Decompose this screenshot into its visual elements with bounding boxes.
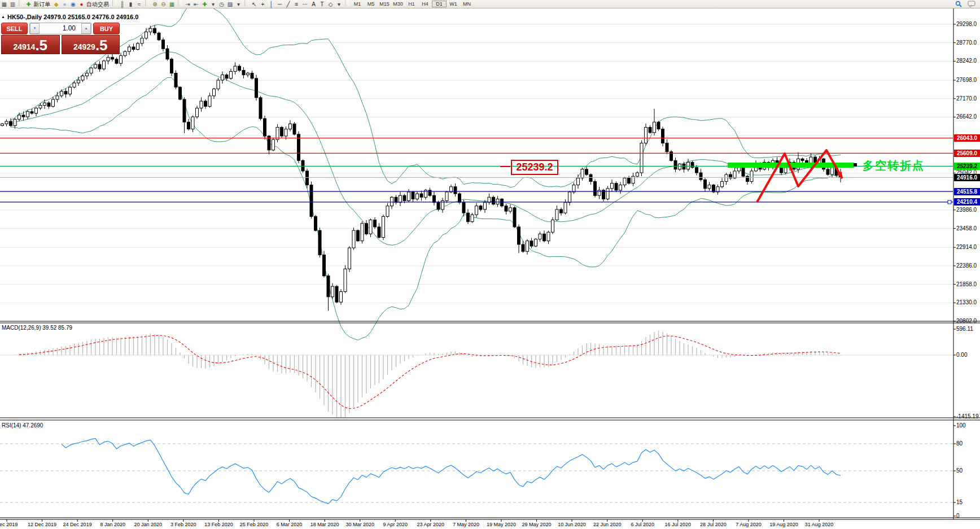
- line-chart-icon[interactable]: ≈: [135, 1, 143, 8]
- candle-chart-icon[interactable]: ▮: [126, 1, 135, 8]
- sell-button[interactable]: SELL: [1, 23, 28, 34]
- auto-scroll-icon[interactable]: ⇥: [183, 1, 192, 8]
- price-axis-tick: 26642.0: [956, 113, 977, 120]
- new-order-label[interactable]: 新订单: [33, 1, 50, 7]
- fibo-icon[interactable]: ≡: [292, 1, 301, 8]
- volume-decrease-button[interactable]: ▼: [30, 23, 40, 34]
- templates-dropdown-icon[interactable]: ▾: [234, 1, 243, 8]
- new-chart-icon[interactable]: ▦: [0, 1, 8, 8]
- price-axis-tick: 28242.0: [956, 58, 977, 64]
- toolbar-separator: [178, 0, 182, 6]
- date-axis-label: 12 Dec 2019: [28, 522, 56, 527]
- price-level-badge: 24916.0: [954, 174, 980, 181]
- volume-increase-button[interactable]: ▲: [81, 23, 91, 34]
- timeframe-button-m15[interactable]: M15: [378, 1, 391, 7]
- price-axis-tick: 23458.0: [956, 225, 977, 231]
- rsi-axis-tick: 50: [956, 467, 963, 474]
- macd-axis-tick: 0.00: [956, 352, 967, 358]
- rsi-axis-tick: 15: [956, 499, 963, 505]
- sell-price-main: 24914: [13, 41, 35, 53]
- timeframe-button-m5[interactable]: M5: [364, 1, 378, 7]
- date-axis-label: 18 Mar 2020: [310, 522, 339, 527]
- timeframe-button-m30[interactable]: M30: [391, 1, 405, 7]
- rsi-axis-tick: 80: [956, 440, 963, 447]
- profiles-icon[interactable]: ▥: [8, 1, 17, 8]
- text-label-icon[interactable]: T: [318, 1, 326, 8]
- price-axis-tick: 21858.0: [956, 281, 977, 287]
- price-level-badge: 24210.4: [954, 198, 980, 206]
- buy-price-frac: .5: [95, 38, 108, 53]
- buy-price-display[interactable]: 24929.5: [62, 35, 120, 54]
- trendline-icon[interactable]: ╱: [284, 1, 292, 8]
- indicator-dropdown-icon[interactable]: ▾: [209, 1, 217, 8]
- period-clock-icon[interactable]: ◷: [217, 1, 226, 8]
- date-axis-label: 19 Aug 2020: [769, 522, 798, 527]
- timeframe-button-w1[interactable]: W1: [447, 1, 460, 7]
- shapes-dropdown-icon[interactable]: ▾: [335, 1, 343, 8]
- date-axis-label: 6 Mar 2020: [277, 522, 303, 527]
- templates-icon[interactable]: ▨: [226, 1, 234, 8]
- date-axis-label: 20 Jan 2020: [134, 522, 162, 527]
- horizontal-line-icon[interactable]: ─: [275, 1, 284, 8]
- price-level-badge: 26043.0: [954, 134, 980, 142]
- price-axis-tick: 29298.0: [956, 21, 977, 27]
- tile-windows-icon[interactable]: ▦: [168, 1, 176, 8]
- date-axis-label: 22 Jun 2020: [593, 522, 622, 527]
- date-axis-label: 3 Feb 2020: [170, 522, 196, 527]
- chart-title: HK50-,Daily 24979.0 25165.0 24776.0 2491…: [7, 14, 138, 20]
- auto-trading-label[interactable]: 自动交易: [86, 1, 109, 7]
- price-annotation-label[interactable]: 25239.2: [511, 160, 558, 175]
- date-axis-label: 30 Mar 2020: [345, 522, 374, 527]
- zoom-out-icon[interactable]: ⊖: [159, 1, 168, 8]
- toolbar-separator: [112, 0, 116, 6]
- rsi-axis-tick: 0: [956, 513, 960, 519]
- symbol-marker-icon: ▲: [1, 15, 5, 19]
- gold-icon[interactable]: ◆: [52, 1, 60, 8]
- toolbar-separator: [19, 0, 23, 6]
- timeframe-button-d1[interactable]: D1: [432, 1, 447, 7]
- price-axis-tick: 20802.0: [956, 318, 977, 324]
- vertical-line-icon[interactable]: │: [267, 1, 275, 8]
- channel-icon[interactable]: ⋯: [301, 1, 309, 8]
- shapes-icon[interactable]: ◇: [326, 1, 335, 8]
- volume-value[interactable]: 1.00: [40, 23, 81, 34]
- auto-trading-icon[interactable]: ●: [77, 1, 86, 8]
- turning-point-annotation[interactable]: 多空转折点: [863, 158, 925, 173]
- rsi-axis-tick: 100: [956, 422, 966, 429]
- price-axis-tick: 22914.0: [956, 244, 977, 250]
- feedback-icon[interactable]: [968, 1, 977, 7]
- date-axis-label: 23 Apr 2020: [417, 522, 445, 527]
- chart-shift-icon[interactable]: ⇤: [192, 1, 200, 8]
- timeframe-button-h1[interactable]: H1: [405, 1, 418, 7]
- price-axis-tick: 23986.0: [956, 207, 977, 213]
- cursor-icon[interactable]: ↖: [250, 1, 259, 8]
- timeframe-button-m1[interactable]: M1: [351, 1, 364, 7]
- trading-platform-window: { "toolbar": { "items": [ {"type":"icon"…: [0, 0, 980, 529]
- price-axis-tick: 22386.0: [956, 263, 977, 269]
- timeframe-button-mn[interactable]: MN: [460, 1, 474, 7]
- timeframe-button-h4[interactable]: H4: [418, 1, 432, 7]
- toolbar-separator: [345, 0, 349, 6]
- text-icon[interactable]: A: [309, 1, 318, 8]
- cloud-icon[interactable]: ●: [60, 1, 69, 8]
- sell-price-display[interactable]: 24914.5: [1, 35, 60, 54]
- date-axis-label: 19 May 2020: [487, 522, 516, 527]
- volume-stepper: ▼ 1.00 ▲: [29, 23, 91, 34]
- indicators-icon[interactable]: ✚: [200, 1, 209, 8]
- macd-label: MACD(12,26,9) 39.52 85.79: [2, 325, 72, 331]
- buy-button[interactable]: BUY: [93, 23, 120, 34]
- support-icon[interactable]: ◉: [69, 1, 77, 8]
- toolbar-right-group: [955, 1, 977, 7]
- search-icon[interactable]: [955, 1, 963, 7]
- toolbar-separator: [145, 0, 149, 6]
- crosshair-icon[interactable]: +: [259, 1, 267, 8]
- chart-canvas[interactable]: [0, 0, 980, 529]
- bar-chart-icon[interactable]: ║: [118, 1, 126, 8]
- date-axis-label: 6 Jul 2020: [631, 522, 654, 527]
- new-order-icon[interactable]: ✚: [24, 1, 33, 8]
- date-axis-label: 13 Feb 2020: [204, 522, 233, 527]
- date-axis-label: 28 Jul 2020: [700, 522, 727, 527]
- macd-axis-tick: 596.11: [956, 326, 973, 332]
- zoom-in-icon[interactable]: ⊕: [151, 1, 159, 8]
- toolbar-separator: [244, 0, 248, 6]
